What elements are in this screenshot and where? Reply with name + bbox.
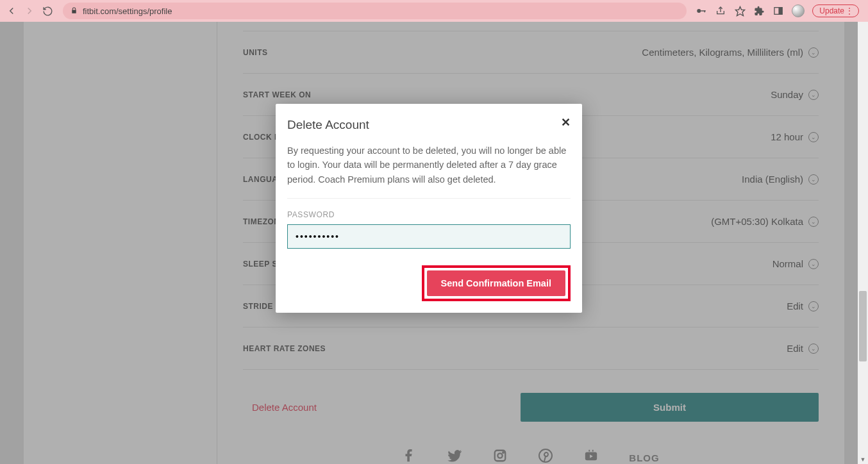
page-viewport: UNITS Centimeters, Kilograms, Milliliter… [0, 22, 868, 464]
scrollbar[interactable]: ▼ [858, 22, 868, 464]
back-button[interactable] [5, 4, 18, 17]
modal-footer: Send Confirmation Email [287, 265, 571, 301]
share-icon[interactable] [715, 5, 726, 17]
forward-button[interactable] [23, 4, 36, 17]
key-icon[interactable] [696, 5, 707, 17]
extension-icon[interactable] [753, 5, 765, 17]
modal-body-text: By requesting your account to be deleted… [287, 144, 571, 199]
svg-rect-6 [780, 8, 783, 15]
browser-toolbar: fitbit.com/settings/profile Update [0, 0, 868, 22]
scrollbar-thumb[interactable] [859, 291, 867, 361]
highlight-box: Send Confirmation Email [422, 265, 571, 301]
close-icon[interactable]: ✕ [561, 115, 571, 129]
address-bar[interactable]: fitbit.com/settings/profile [63, 3, 687, 19]
modal-title: Delete Account [287, 118, 571, 132]
svg-marker-3 [735, 6, 744, 15]
star-icon[interactable] [734, 5, 746, 17]
delete-account-modal: ✕ Delete Account By requesting your acco… [276, 104, 582, 313]
scrollbar-down-arrow[interactable]: ▼ [860, 456, 866, 463]
profile-avatar[interactable] [792, 4, 805, 17]
lock-icon [71, 7, 78, 15]
panel-icon[interactable] [772, 5, 784, 17]
send-confirmation-button[interactable]: Send Confirmation Email [427, 270, 565, 296]
url-text: fitbit.com/settings/profile [83, 6, 172, 16]
reload-button[interactable] [41, 4, 54, 17]
svg-rect-2 [705, 10, 706, 12]
password-input[interactable] [287, 224, 571, 249]
password-label: PASSWORD [287, 210, 571, 219]
svg-point-0 [697, 9, 701, 13]
toolbar-icons: Update [696, 4, 863, 17]
update-button[interactable]: Update [812, 4, 859, 17]
